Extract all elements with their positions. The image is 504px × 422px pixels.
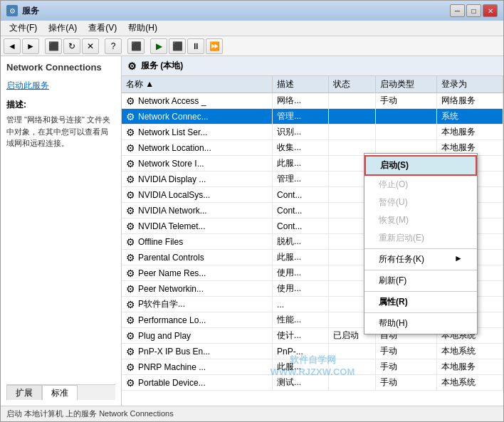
stop-button[interactable]: ✕ <box>82 38 99 54</box>
service-name: Network Access _ <box>138 96 206 106</box>
start-service-link[interactable]: 启动此服务 <box>6 80 115 92</box>
ctx-menu-item[interactable]: 启动(S) <box>364 155 477 176</box>
tab-extended[interactable]: 扩展 <box>6 385 42 400</box>
service-status <box>329 359 376 375</box>
title-bar-left: ⚙ 服务 <box>6 5 39 17</box>
service-logon: 本地服务 <box>437 359 503 375</box>
col-desc[interactable]: 描述 <box>273 76 329 93</box>
table-row[interactable]: ⚙Network Access _网络...手动网络服务 <box>122 93 503 109</box>
service-name: Network List Ser... <box>138 127 207 137</box>
menu-action[interactable]: 操作(A) <box>43 21 83 36</box>
row-gear-icon: ⚙ <box>126 252 135 263</box>
service-name: Parental Controls <box>138 253 204 263</box>
service-logon: 系统 <box>437 109 503 125</box>
service-desc: 管理... <box>273 109 329 125</box>
ctx-separator <box>364 291 477 292</box>
export-button[interactable]: ⬛ <box>127 38 145 54</box>
row-gear-icon: ⚙ <box>126 205 135 216</box>
ctx-menu-item[interactable]: 属性(R) <box>364 293 477 311</box>
minimize-button[interactable]: ─ <box>450 4 465 17</box>
main-content: Network Connections 启动此服务 描述: 管理 "网络和拨号连… <box>1 56 503 406</box>
service-desc: 识别... <box>273 125 329 140</box>
service-desc: 此服... <box>273 359 329 375</box>
service-description: 管理 "网络和拨号连接" 文件夹中对象，在其中您可以查看局域网和远程连接。 <box>6 114 115 149</box>
table-row[interactable]: ⚙PNRP Machine ...此服...手动本地服务 <box>122 359 503 375</box>
row-gear-icon: ⚙ <box>126 174 135 185</box>
tab-standard[interactable]: 标准 <box>42 385 78 401</box>
service-name: Network Connec... <box>138 112 209 122</box>
col-name[interactable]: 名称 ▲ <box>122 76 273 93</box>
service-startup <box>376 125 437 140</box>
refresh-button[interactable]: ↻ <box>63 38 80 54</box>
service-desc: 此服... <box>273 250 329 265</box>
service-name: Peer Networkin... <box>138 284 204 294</box>
row-gear-icon: ⚙ <box>126 142 135 154</box>
service-startup: 手动 <box>376 344 437 359</box>
service-desc: 脱机... <box>273 234 329 250</box>
service-logon: 本地系统 <box>437 375 503 391</box>
row-gear-icon: ⚙ <box>126 221 135 232</box>
service-logon: 本地服务 <box>437 125 503 140</box>
row-gear-icon: ⚙ <box>126 236 135 248</box>
menu-file[interactable]: 文件(F) <box>4 21 43 36</box>
service-status <box>329 344 376 359</box>
right-panel: ⚙ 服务 (本地) 名称 ▲ 描述 状态 启动类型 登录为 <box>122 56 503 406</box>
row-gear-icon: ⚙ <box>126 377 135 389</box>
service-name: Performance Lo... <box>138 315 206 325</box>
service-name: PnP-X IP Bus En... <box>138 347 210 357</box>
service-status <box>329 375 376 391</box>
service-name: Offline Files <box>138 237 183 247</box>
service-desc: 管理... <box>273 172 329 187</box>
table-row[interactable]: ⚙Network Connec...管理...系统 <box>122 109 503 125</box>
play-button[interactable]: ▶ <box>150 38 167 54</box>
ctx-menu-item[interactable]: 帮助(H) <box>364 315 477 332</box>
row-gear-icon: ⚙ <box>126 283 135 295</box>
desc-label: 描述: <box>6 99 115 111</box>
title-bar: ⚙ 服务 ─ □ ✕ <box>1 1 503 21</box>
service-desc: 使用... <box>273 265 329 281</box>
service-status <box>329 109 376 125</box>
row-gear-icon: ⚙ <box>126 111 135 122</box>
window-title: 服务 <box>22 5 39 17</box>
services-gear-icon: ⚙ <box>127 60 137 72</box>
menu-view[interactable]: 查看(V) <box>83 21 122 36</box>
service-desc: 使计... <box>273 328 329 344</box>
row-gear-icon: ⚙ <box>126 362 135 373</box>
ctx-menu-item[interactable]: 停止(O) <box>364 176 477 194</box>
service-desc: Cont... <box>273 218 329 234</box>
service-name: NVIDIA LocalSys... <box>138 190 210 200</box>
col-status[interactable]: 状态 <box>329 76 376 93</box>
ctx-menu-item[interactable]: 暂停(U) <box>364 194 477 211</box>
table-row[interactable]: ⚙PnP-X IP Bus En...PnP-...手动本地系统 <box>122 344 503 359</box>
maximize-button[interactable]: □ <box>466 4 481 17</box>
service-desc: 网络... <box>273 93 329 109</box>
service-startup: 手动 <box>376 375 437 391</box>
resume-button[interactable]: ⏩ <box>206 38 223 54</box>
col-startup[interactable]: 启动类型 <box>376 76 437 93</box>
service-name: Plug and Play <box>138 331 191 341</box>
menu-help[interactable]: 帮助(H) <box>122 21 163 36</box>
table-row[interactable]: ⚙Portable Device...测试...手动本地系统 <box>122 375 503 391</box>
service-name: PNRP Machine ... <box>138 362 206 372</box>
table-row[interactable]: ⚙Network List Ser...识别...本地服务 <box>122 125 503 140</box>
row-gear-icon: ⚙ <box>126 268 135 279</box>
back-button[interactable]: ◄ <box>4 38 21 54</box>
ctx-menu-item[interactable]: 恢复(M) <box>364 211 477 229</box>
ctx-menu-item[interactable]: 刷新(F) <box>364 272 477 290</box>
service-name: Portable Device... <box>138 378 206 388</box>
ctx-menu-item[interactable]: 重新启动(E) <box>364 229 477 247</box>
pause-button[interactable]: ⏸ <box>187 38 204 54</box>
row-gear-icon: ⚙ <box>126 158 135 169</box>
app-icon: ⚙ <box>6 5 18 16</box>
help-toolbar-button[interactable]: ? <box>105 38 122 54</box>
service-name: Network Store I... <box>138 159 204 169</box>
status-text: 启动 本地计算机 上的服务 Network Connections <box>6 408 174 419</box>
up-button[interactable]: ⬛ <box>45 38 62 54</box>
forward-button[interactable]: ► <box>22 38 39 54</box>
col-logon[interactable]: 登录为 <box>437 76 503 93</box>
left-panel: Network Connections 启动此服务 描述: 管理 "网络和拨号连… <box>1 56 122 406</box>
close-button[interactable]: ✕ <box>483 4 498 17</box>
ctx-menu-item[interactable]: 所有任务(K) <box>364 250 477 268</box>
menubar: 文件(F) 操作(A) 查看(V) 帮助(H) <box>1 21 503 36</box>
stop2-button[interactable]: ⬛ <box>169 38 186 54</box>
